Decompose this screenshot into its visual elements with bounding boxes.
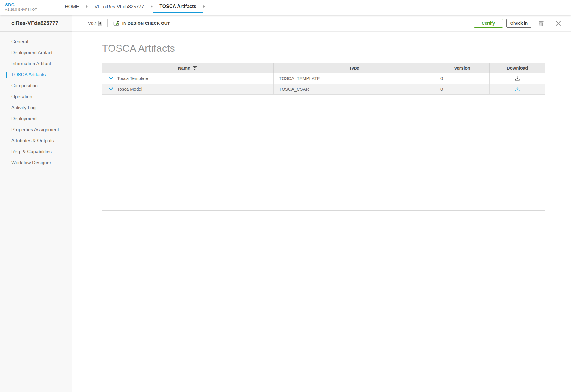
certify-button[interactable]: Certify <box>474 19 503 28</box>
sort-icon <box>192 66 197 70</box>
sidebar-item-label: Workflow Designer <box>11 160 51 166</box>
sidebar-item-req-capabilities[interactable]: Req. & Capabilities <box>0 146 72 157</box>
breadcrumb-item-vf[interactable]: VF: ciRes-VFda825777 <box>88 0 150 13</box>
sidebar-item-label: Composition <box>11 83 38 89</box>
breadcrumb-item-tosca-artifacts[interactable]: TOSCA Artifacts <box>153 0 203 13</box>
artifact-type-cell: TOSCA_CSAR <box>274 84 435 94</box>
toolbar-divider <box>550 19 550 27</box>
artifact-type-cell: TOSCA_TEMPLATE <box>274 73 435 84</box>
download-icon <box>514 75 520 81</box>
artifact-name: Tosca Model <box>117 86 142 92</box>
sidebar-item-properties-assignment[interactable]: Properties Assignment <box>0 124 72 135</box>
sidebar-item-activity-log[interactable]: Activity Log <box>0 102 72 113</box>
breadcrumb-item-home[interactable]: HOME <box>58 0 86 13</box>
sidebar-menu: General Deployment Artifact Information … <box>0 32 72 392</box>
toolbar-actions: Certify Check in <box>474 19 564 28</box>
column-header-label: Type <box>349 65 359 70</box>
sidebar-item-label: Attributes & Outputs <box>11 138 54 144</box>
download-button[interactable] <box>514 86 520 92</box>
version-value: V0.1 <box>88 21 97 26</box>
sidebar-item-general[interactable]: General <box>0 36 72 47</box>
chevron-down-icon <box>108 77 113 80</box>
artifact-version-cell: 0 <box>435 73 490 84</box>
column-header-version[interactable]: Version <box>435 63 490 73</box>
trash-icon <box>538 20 544 26</box>
table-row: Tosca Template TOSCA_TEMPLATE 0 <box>102 73 545 84</box>
breadcrumb-chevron-icon <box>151 5 153 8</box>
sidebar-item-label: Req. & Capabilities <box>11 149 52 155</box>
sidebar-item-attributes-outputs[interactable]: Attributes & Outputs <box>0 135 72 146</box>
stepper-down-icon <box>99 23 101 25</box>
breadcrumb: HOME VF: ciRes-VFda825777 TOSCA Artifact… <box>58 0 205 13</box>
sidebar-item-workflow-designer[interactable]: Workflow Designer <box>0 157 72 168</box>
sub-header: ciRes-VFda825777 V0.1 IN DESIGN CHECK OU… <box>0 15 571 32</box>
artifact-name-cell: Tosca Model <box>102 84 274 94</box>
table-row: Tosca Model TOSCA_CSAR 0 <box>102 84 545 95</box>
close-button[interactable] <box>553 21 564 26</box>
version-stepper[interactable] <box>98 21 102 26</box>
sidebar-item-tosca-artifacts[interactable]: TOSCA Artifacts <box>0 69 72 80</box>
toolbar: V0.1 IN DESIGN CHECK OUT Certify Check i… <box>72 15 571 32</box>
close-icon <box>556 21 561 26</box>
toolbar-divider <box>107 19 108 27</box>
sidebar-item-label: Operation <box>11 94 32 100</box>
sidebar-item-deployment[interactable]: Deployment <box>0 113 72 124</box>
main-layout: General Deployment Artifact Information … <box>0 32 571 392</box>
expand-row-button[interactable] <box>108 77 113 80</box>
sidebar-item-operation[interactable]: Operation <box>0 91 72 102</box>
column-header-download[interactable]: Download <box>490 63 545 73</box>
table-header-row: Name Type Version Download <box>102 63 545 73</box>
sidebar-item-label: Information Artifact <box>11 61 51 67</box>
page-title: TOSCA Artifacts <box>102 43 571 54</box>
artifact-version-cell: 0 <box>435 84 490 94</box>
sidebar-item-deployment-artifact[interactable]: Deployment Artifact <box>0 47 72 58</box>
column-header-label: Version <box>454 65 470 70</box>
app-logo: SDC v.1.16.0-SNAPSHOT <box>0 0 48 11</box>
download-icon <box>514 86 520 92</box>
column-header-label: Download <box>507 65 528 70</box>
artifact-download-cell <box>490 73 545 84</box>
artifact-download-cell <box>490 84 545 94</box>
artifacts-table: Name Type Version Download <box>102 63 545 211</box>
delete-button[interactable] <box>536 20 547 26</box>
sidebar-item-composition[interactable]: Composition <box>0 80 72 91</box>
check-in-button[interactable]: Check in <box>506 19 531 28</box>
download-button[interactable] <box>514 75 520 81</box>
artifact-name: Tosca Template <box>117 76 148 81</box>
expand-row-button[interactable] <box>108 87 113 91</box>
lifecycle-status-label: IN DESIGN CHECK OUT <box>122 21 170 26</box>
sidebar-item-information-artifact[interactable]: Information Artifact <box>0 58 72 69</box>
resource-title: ciRes-VFda825777 <box>0 15 72 32</box>
sidebar-item-label: Deployment <box>11 116 37 122</box>
breadcrumb-chevron-icon <box>203 5 205 8</box>
lifecycle-status: IN DESIGN CHECK OUT <box>113 20 170 27</box>
column-header-type[interactable]: Type <box>274 63 435 73</box>
content-area: TOSCA Artifacts Name Type Version Downlo… <box>72 32 571 392</box>
app-logo-text: SDC <box>5 2 48 7</box>
column-header-label: Name <box>178 65 190 70</box>
chevron-down-icon <box>108 87 113 91</box>
sidebar-item-label: General <box>11 39 28 45</box>
app-build-version: v.1.16.0-SNAPSHOT <box>5 8 48 11</box>
breadcrumb-chevron-icon <box>86 5 88 8</box>
sidebar-item-label: Properties Assignment <box>11 127 59 133</box>
sidebar-item-label: TOSCA Artifacts <box>11 72 46 78</box>
top-nav: SDC v.1.16.0-SNAPSHOT HOME VF: ciRes-VFd… <box>0 0 571 15</box>
stepper-up-icon <box>99 22 101 23</box>
sidebar-item-label: Deployment Artifact <box>11 50 53 56</box>
artifact-name-cell: Tosca Template <box>102 73 274 84</box>
checkout-pencil-icon <box>113 20 120 27</box>
column-header-name[interactable]: Name <box>102 63 274 73</box>
active-indicator <box>6 72 7 78</box>
sidebar-item-label: Activity Log <box>11 105 36 111</box>
